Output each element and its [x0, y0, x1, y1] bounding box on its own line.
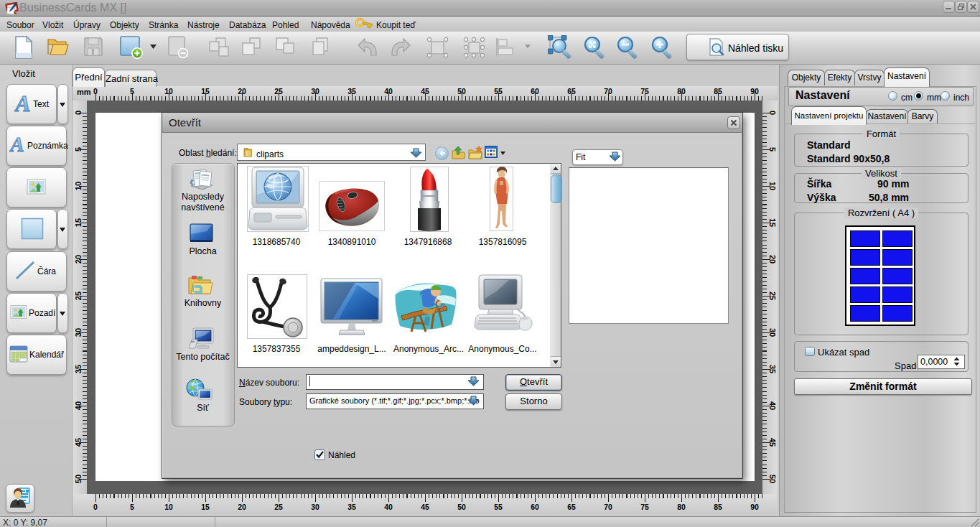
- svg-text:A: A: [14, 92, 31, 115]
- svg-text:A: A: [9, 134, 24, 155]
